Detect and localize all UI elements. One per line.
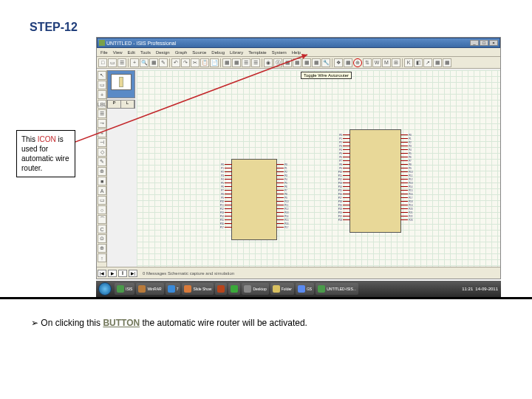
toolbar-button[interactable]: M xyxy=(382,58,391,67)
component-pin[interactable]: P23 xyxy=(331,218,350,222)
toolbar-button[interactable]: W xyxy=(372,58,381,67)
menu-help[interactable]: Help xyxy=(290,50,303,55)
side-tool-button[interactable]: LBL xyxy=(98,100,106,109)
menu-view[interactable]: View xyxy=(111,50,125,55)
autorouter-button[interactable]: ⊕ xyxy=(353,58,362,67)
toolbar-button[interactable]: ↶ xyxy=(171,58,180,67)
menu-debug[interactable]: Debug xyxy=(209,50,227,55)
taskbar-item[interactable]: GS xyxy=(296,283,314,295)
side-tool-button[interactable]: C xyxy=(98,225,106,233)
component-pin[interactable]: P17 xyxy=(213,225,232,229)
taskbar-item[interactable]: 7 xyxy=(166,283,181,295)
side-tool-button[interactable]: ◇ xyxy=(98,148,106,157)
menu-source[interactable]: Source xyxy=(190,50,208,55)
menu-design[interactable]: Design xyxy=(154,50,172,55)
close-button[interactable]: × xyxy=(489,40,498,46)
toolbar-button[interactable]: ▭ xyxy=(108,58,117,67)
toolbar-button[interactable]: ▦ xyxy=(149,58,158,67)
menu-tools[interactable]: Tools xyxy=(138,50,153,55)
menu-library[interactable]: Library xyxy=(228,50,245,55)
toolbar-button[interactable]: ⇅ xyxy=(363,58,372,67)
toolbar-button[interactable]: ◉ xyxy=(264,58,273,67)
taskbar-item[interactable]: UNTITLED-ISIS... xyxy=(316,283,358,295)
maximize-button[interactable]: □ xyxy=(480,40,488,46)
devsel-button[interactable]: L xyxy=(121,100,134,108)
menu-graph[interactable]: Graph xyxy=(173,50,190,55)
menu-file[interactable]: File xyxy=(98,50,110,55)
toolbar-button[interactable]: ✎ xyxy=(159,58,168,67)
taskbar-item[interactable] xyxy=(215,283,227,295)
toolbar-button[interactable]: ▦ xyxy=(232,58,241,67)
pin-label: P14 xyxy=(409,185,412,188)
pin-line-icon xyxy=(400,160,408,161)
toolbar-button[interactable]: ☰ xyxy=(117,58,126,67)
menu-template[interactable]: Template xyxy=(246,50,268,55)
side-tool-button[interactable]: ↑ xyxy=(98,253,106,262)
toolbar-button[interactable]: ▦ xyxy=(283,58,292,67)
toolbar-button[interactable]: ↗ xyxy=(423,58,432,67)
toolbar-button[interactable]: ▦ xyxy=(312,58,321,67)
toolbar-button[interactable]: ▦ xyxy=(443,58,451,67)
toolbar-button[interactable]: ▦ xyxy=(302,58,311,67)
side-tool-button[interactable]: ▭ xyxy=(98,196,106,205)
sim-control-button[interactable]: |◀ xyxy=(98,270,106,277)
component-pin[interactable]: P17 xyxy=(276,225,296,229)
sim-control-button[interactable]: ▶| xyxy=(129,270,137,277)
taskbar-item[interactable]: ISIS xyxy=(115,283,134,295)
side-tool-button[interactable]: ⊕ xyxy=(98,167,106,176)
toolbar-button[interactable]: ✂ xyxy=(191,58,200,67)
toolbar-button[interactable]: 🔧 xyxy=(321,58,330,67)
toolbar-button[interactable]: 🔍 xyxy=(140,58,149,67)
taskbar-item[interactable] xyxy=(228,283,240,295)
toolbar-button[interactable]: Ⓐ xyxy=(273,58,282,67)
side-tool-button[interactable]: + xyxy=(98,129,106,137)
side-tool-button[interactable]: ⊙ xyxy=(98,234,106,243)
side-tool-button[interactable]: ⊸ xyxy=(98,119,106,128)
toolbar-button[interactable]: ☰ xyxy=(242,58,250,67)
side-tool-button[interactable]: A xyxy=(98,186,106,195)
side-tool-button[interactable]: ↖ xyxy=(98,71,106,80)
toolbar-button[interactable]: 📄 xyxy=(210,58,219,67)
taskbar-item[interactable]: Slide Show xyxy=(182,283,214,295)
devsel-button[interactable]: P xyxy=(108,100,121,108)
minimize-button[interactable]: _ xyxy=(470,40,479,46)
component-ic-right[interactable]: P0P1P2P3P4P5P6P7P8P9P10P11P12P13P14P15P1… xyxy=(349,129,401,233)
side-tool-button[interactable]: + xyxy=(98,90,106,99)
toolbar-button[interactable]: ⊞ xyxy=(392,58,400,67)
start-button[interactable] xyxy=(98,282,112,296)
sim-control-button[interactable]: || xyxy=(118,270,127,277)
component-pin[interactable]: P23 xyxy=(400,218,420,222)
toolbar-button[interactable]: ▦ xyxy=(222,58,231,67)
side-tool-button[interactable]: ■ xyxy=(98,177,106,185)
component-ic-left[interactable]: P0P1P2P3P4P5P6P7P8P9P10P11P12P13P14P15P1… xyxy=(231,159,277,240)
toolbar-button[interactable]: ◧ xyxy=(414,58,423,67)
canvas[interactable]: P0P1P2P3P4P5P6P7P8P9P10P11P12P13P14P15P1… xyxy=(137,70,500,267)
toolbar-button[interactable]: ▦ xyxy=(344,58,352,67)
menu-edit[interactable]: Edit xyxy=(126,50,137,55)
toolbar-button[interactable]: + xyxy=(130,58,139,67)
taskbar-item[interactable]: Desktop xyxy=(242,283,268,295)
pin-line-icon xyxy=(343,216,350,216)
side-tool-button[interactable]: ⊣ xyxy=(98,138,106,147)
sim-control-button[interactable]: ▶ xyxy=(108,270,117,277)
taskbar-item[interactable]: Folder xyxy=(270,283,294,295)
menu-system[interactable]: System xyxy=(270,50,289,55)
toolbar-button[interactable]: ▦ xyxy=(433,58,442,67)
toolbar-button[interactable]: □ xyxy=(98,58,107,67)
side-tool-button[interactable]: ⊕ xyxy=(98,244,106,253)
taskbar-item[interactable]: WinRAR xyxy=(136,283,163,295)
system-tray[interactable]: 11:21 14-09-2011 xyxy=(459,287,501,291)
side-tool-button[interactable]: ▭ xyxy=(98,81,106,89)
toolbar-button[interactable]: K xyxy=(404,58,413,67)
pin-line-icon xyxy=(276,186,284,187)
toolbar-button[interactable]: ↷ xyxy=(181,58,190,67)
side-tool-button[interactable]: ☰ xyxy=(98,109,106,118)
toolbar-button[interactable]: ❖ xyxy=(334,58,343,67)
toolbar-button[interactable]: 📋 xyxy=(200,58,209,67)
side-tool-button[interactable]: ✎ xyxy=(98,157,106,166)
side-tool-button[interactable]: ⌒ xyxy=(98,215,106,224)
side-tool-button[interactable]: ○ xyxy=(98,205,106,214)
toolbar-button[interactable]: ☰ xyxy=(251,58,260,67)
pin-label: P10 xyxy=(284,200,288,203)
toolbar-button[interactable]: ▦ xyxy=(293,58,301,67)
